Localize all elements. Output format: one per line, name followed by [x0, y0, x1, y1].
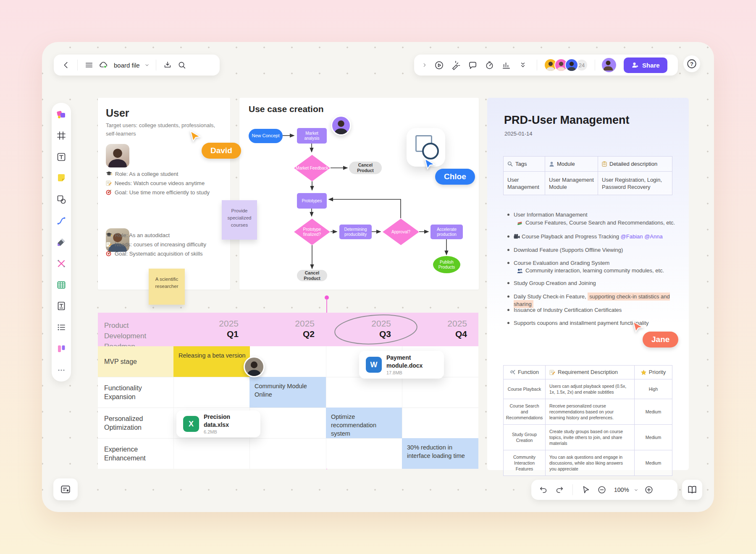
frame-tool[interactable] — [55, 129, 68, 142]
timer-button[interactable] — [482, 58, 496, 72]
prd-req-header-priority: Priority — [635, 366, 672, 379]
excel-file-icon: X — [183, 416, 199, 432]
roadmap-cell-beta[interactable]: Releasing a beta version — [173, 346, 250, 377]
req-cell-priority: High — [635, 379, 672, 399]
flow-node-cancel-product-2[interactable]: Cancel Product — [297, 270, 327, 281]
sticky-note-purple[interactable]: Provide specialized courses — [222, 200, 257, 240]
toolbar-divider — [572, 484, 573, 495]
undo-button[interactable] — [536, 483, 551, 497]
persona1-avatar[interactable] — [106, 144, 129, 167]
kanban-tool[interactable] — [55, 342, 68, 355]
list-tool[interactable] — [55, 321, 68, 334]
graduate-icon — [106, 233, 112, 238]
prd-info-header-description: Detailed description — [598, 157, 672, 172]
expand-more-button[interactable] — [516, 58, 530, 72]
prd-bullet-coupons: Supports coupons and installment payment… — [507, 319, 675, 327]
comment-button[interactable] — [465, 58, 480, 72]
file-card-precision[interactable]: X Precision data.xlsx 6.2MB — [176, 410, 260, 437]
laser-pointer-button[interactable] — [449, 58, 463, 72]
collaborator-avatar-bubble[interactable] — [331, 115, 351, 136]
flow-node-new-concept[interactable]: New Concept — [249, 129, 283, 143]
prd-bullet-user-info-sub: Course Features, Course Search and Recom… — [517, 219, 681, 227]
flow-node-market-analysis[interactable]: Market analysis — [297, 128, 327, 144]
roadmap-header: Product Development Roadmap 2025Q1 2025Q… — [98, 313, 478, 346]
text-tool[interactable] — [55, 150, 68, 164]
prd-info-header-tags: Tags — [504, 157, 545, 172]
file-card-payment[interactable]: W Payment module.docx 17.8MB — [359, 351, 444, 379]
req-cell-priority: Medium — [635, 399, 672, 425]
share-button[interactable]: Share — [624, 57, 667, 73]
cursor-chloe — [423, 158, 436, 170]
zoom-in-button[interactable] — [642, 483, 656, 497]
prd-info-table[interactable]: Tags Module Detailed description User Ma… — [503, 156, 672, 195]
req-cell-priority: Medium — [635, 425, 672, 450]
zoom-level[interactable]: 100% — [614, 486, 629, 493]
roadmap-cell-loading[interactable]: 30% reduction in interface loading time — [402, 438, 478, 469]
file-name[interactable]: board file — [114, 62, 140, 69]
notes-panel-button[interactable] — [53, 478, 78, 500]
target-icon — [106, 251, 112, 256]
table-tool[interactable] — [55, 278, 68, 292]
file-menu-chevron[interactable] — [142, 58, 152, 72]
curve-connector-tool[interactable] — [55, 214, 68, 227]
flow-node-determining-producibility[interactable]: Determining producibility — [339, 225, 372, 239]
toolbar-top-right: 24 Share — [414, 55, 678, 76]
redo-button[interactable] — [552, 483, 567, 497]
wrench-icon — [510, 370, 515, 375]
pages-book-button[interactable] — [682, 480, 702, 500]
mention-fabian-anna[interactable]: @Fabian @Anna — [621, 233, 663, 240]
user-panel-title: User — [106, 107, 129, 119]
persona1-role: Role: As a college student — [106, 169, 210, 178]
req-cell: Community Interaction Features — [504, 450, 546, 476]
flow-node-publish-products[interactable]: Publish Products — [433, 256, 460, 273]
chart-button[interactable] — [499, 58, 513, 72]
prd-info-header-module: Module — [545, 157, 598, 172]
app-window: User Target users: college students, pro… — [42, 42, 714, 512]
prd-bullet-download: Download Feature (Supports Offline Viewi… — [507, 246, 675, 254]
req-cell: You can ask questions and engage in disc… — [546, 450, 635, 476]
flow-node-prototypes[interactable]: Prototypes — [297, 193, 327, 209]
import-button[interactable] — [160, 58, 175, 72]
memo-icon — [549, 370, 555, 375]
shape-tool[interactable] — [55, 193, 68, 206]
person-plus-icon — [631, 61, 639, 69]
prd-requirement-table[interactable]: Function Requirement Description Priorit… — [503, 365, 672, 476]
help-button[interactable]: ? — [683, 55, 700, 72]
prd-bullet-checkin: Daily Study Check-in Feature, supporting… — [507, 293, 675, 308]
prd-bullet-study-group: Study Group Creation and Joining — [507, 280, 675, 287]
templates-tool[interactable] — [55, 107, 68, 121]
name-tag-chloe: Chloe — [435, 169, 475, 185]
user-panel-card[interactable]: User Target users: college students, pro… — [98, 98, 230, 290]
collaborator-avatar-stack[interactable]: 24 — [544, 58, 588, 72]
menu-button[interactable] — [82, 58, 96, 72]
flow-node-cancel-product-1[interactable]: Cancel Product — [349, 162, 382, 174]
req-cell-priority: Medium — [635, 450, 672, 476]
collapse-chevron[interactable] — [420, 58, 429, 72]
use-case-card[interactable]: Use case creation New Concept Market ana… — [239, 98, 479, 290]
pointer-mode-button[interactable] — [579, 483, 593, 497]
sticky-note-tool[interactable] — [55, 171, 68, 185]
back-button[interactable] — [59, 58, 73, 72]
flow-node-accelerate-production[interactable]: Accelerate production — [430, 225, 463, 239]
more-tools[interactable] — [55, 363, 68, 377]
document-tool[interactable] — [55, 299, 68, 313]
avatar-self[interactable] — [602, 58, 616, 72]
graduate-icon — [106, 171, 112, 176]
toolbar-top-left: board file — [54, 55, 220, 76]
search-button[interactable] — [175, 58, 189, 72]
avatar-collaborator-3[interactable] — [565, 58, 578, 72]
connector-tool[interactable] — [55, 257, 68, 270]
roadmap-cell-community[interactable]: Community Module Online — [249, 377, 326, 408]
sticky-note-yellow[interactable]: A scientific researcher — [149, 269, 185, 305]
collaborator-avatar-roadmap[interactable] — [244, 356, 265, 377]
marker-pen-tool[interactable] — [55, 235, 68, 249]
zoom-out-button[interactable] — [595, 483, 609, 497]
zoom-menu-chevron[interactable] — [633, 483, 640, 497]
memo-icon — [106, 242, 112, 247]
present-play-button[interactable] — [432, 58, 446, 72]
memo-icon — [106, 180, 112, 186]
circle-shape-icon — [422, 143, 439, 159]
roadmap-cell-recommendation[interactable]: Optimize recommendation system — [326, 408, 402, 438]
cursor-david — [189, 130, 202, 143]
roadmap-table[interactable]: Product Development Roadmap 2025Q1 2025Q… — [98, 313, 478, 469]
